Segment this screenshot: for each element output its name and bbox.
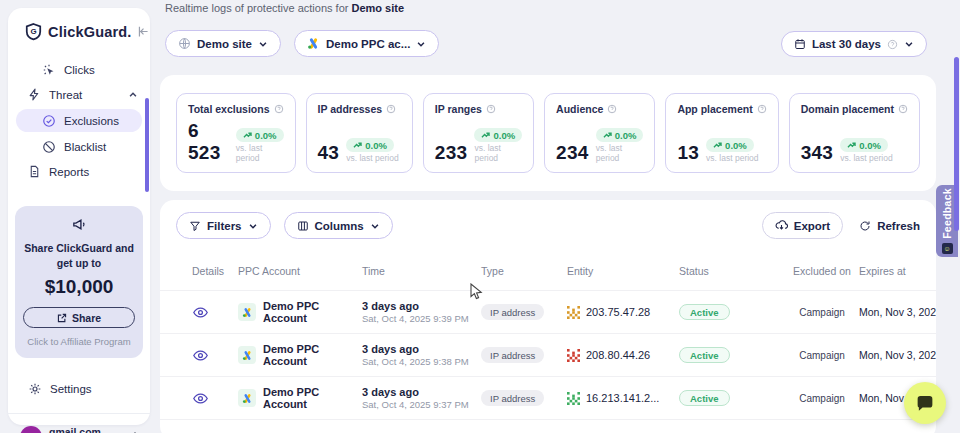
refresh-icon <box>859 220 871 232</box>
stat-card-app-placement: App placement 13 0.0% vs. last period <box>665 93 778 173</box>
settings-label: Settings <box>50 383 92 395</box>
table-row: Demo PPC Account 3 days agoSat, Oct 4, 2… <box>160 291 936 334</box>
col-ppc-account[interactable]: PPC Account <box>238 265 362 277</box>
col-details[interactable]: Details <box>176 265 238 277</box>
view-details-eye-icon[interactable] <box>192 390 210 407</box>
entity-cell: 208.80.44.26 <box>567 349 679 362</box>
help-icon[interactable] <box>486 104 496 114</box>
export-button[interactable]: Export <box>762 212 843 239</box>
help-icon[interactable] <box>887 39 898 50</box>
sidebar-item-reports[interactable]: Reports <box>8 159 150 184</box>
megaphone-icon <box>71 216 88 233</box>
view-details-eye-icon[interactable] <box>192 347 210 364</box>
table-row: Demo PPC Account 3 days agoSat, Oct 4, 2… <box>160 377 936 420</box>
affiliate-link[interactable]: Click to Affiliate Program <box>23 336 135 347</box>
filter-dropdowns: Demo site Demo PPC ac... <box>165 30 439 57</box>
svg-text:G: G <box>30 27 36 36</box>
stat-value: 233 <box>435 142 468 164</box>
expires-at-cell: Mon, Nov 3, 2025 <box>859 306 936 318</box>
ppc-account-dropdown[interactable]: Demo PPC ac... <box>294 30 439 57</box>
sidebar-item-blacklist[interactable]: Blacklist <box>8 134 150 159</box>
nav-label: Exclusions <box>64 115 119 127</box>
view-details-eye-icon[interactable] <box>192 304 210 321</box>
stat-caption: vs. last period <box>596 143 644 163</box>
sidebar-item-threat[interactable]: Threat <box>8 82 150 107</box>
sidebar-item-clicks[interactable]: Clicks <box>8 57 150 82</box>
promo-text: Share ClickGuard and get up to <box>23 241 135 271</box>
ip-identicon <box>567 392 580 405</box>
account-switcher[interactable]: NA gmail.com naatali.ro@gmail.com <box>8 414 150 433</box>
status-badge: Active <box>679 390 730 406</box>
stat-card-domain-placement: Domain placement 343 0.0% vs. last perio… <box>789 93 920 173</box>
ppc-account-cell: Demo PPC Account <box>238 386 362 410</box>
date-range-dropdown[interactable]: Last 30 days <box>781 31 927 57</box>
excluded-on-cell: Campaign <box>793 393 859 404</box>
trend-badge: 0.0% <box>236 128 284 142</box>
sidebar-scrollbar-thumb[interactable] <box>145 98 149 192</box>
document-icon <box>28 165 41 178</box>
stat-value: 234 <box>556 142 589 164</box>
stat-card-total-exclusions: Total exclusions 6 523 0.0% vs. last per… <box>176 93 296 173</box>
chevron-down-icon <box>904 39 914 49</box>
smiley-icon: ☺ <box>942 243 953 254</box>
refresh-button[interactable]: Refresh <box>859 220 920 232</box>
stat-caption: vs. last period <box>706 153 758 163</box>
sidebar: G ClickGuard. Clicks Threat <box>8 8 150 425</box>
nav-label: Threat <box>49 89 82 101</box>
time-cell: 3 days agoSat, Oct 4, 2025 9:37 PM <box>362 386 481 410</box>
help-icon[interactable] <box>386 104 396 114</box>
status-badge: Active <box>679 304 730 320</box>
stat-card-audience: Audience 234 0.0% vs. last period <box>544 93 655 173</box>
type-badge: IP address <box>481 304 544 320</box>
stat-value: 13 <box>677 142 699 164</box>
cloud-download-icon <box>775 219 788 232</box>
click-cursor-icon <box>42 63 56 77</box>
share-button[interactable]: Share <box>23 307 135 328</box>
col-excluded-on[interactable]: Excluded on <box>793 265 859 277</box>
type-cell: IP address <box>481 347 567 363</box>
brand-name: ClickGuard. <box>48 24 132 40</box>
logs-table-panel: Filters Columns Export Refresh Details P… <box>160 200 936 433</box>
entity-cell: 203.75.47.28 <box>567 306 679 319</box>
sidebar-item-exclusions[interactable]: Exclusions <box>16 109 142 132</box>
columns-icon <box>297 220 309 232</box>
help-icon[interactable] <box>757 104 767 114</box>
chevron-down-icon <box>370 221 380 231</box>
chat-launcher-button[interactable] <box>904 382 946 424</box>
globe-icon <box>178 37 191 50</box>
trend-badge: 0.0% <box>706 138 754 152</box>
time-cell: 3 days agoSat, Oct 4, 2025 9:38 PM <box>362 343 481 367</box>
status-cell: Active <box>679 347 793 363</box>
col-time[interactable]: Time <box>362 265 481 277</box>
stat-card-ip-addresses: IP addresses 43 0.0% vs. last period <box>306 93 413 173</box>
google-ads-icon <box>238 303 256 321</box>
columns-button[interactable]: Columns <box>284 212 393 239</box>
stat-value: 6 523 <box>188 120 229 164</box>
excluded-on-cell: Campaign <box>793 350 859 361</box>
logo-row: G ClickGuard. <box>8 22 150 41</box>
col-status[interactable]: Status <box>679 265 793 277</box>
ppc-account-cell: Demo PPC Account <box>238 300 362 324</box>
chevron-down-icon <box>258 39 268 49</box>
type-badge: IP address <box>481 390 544 406</box>
site-dropdown[interactable]: Demo site <box>165 30 281 57</box>
help-icon[interactable] <box>607 104 617 114</box>
sidebar-collapse-icon[interactable] <box>137 25 150 38</box>
check-circle-icon <box>42 114 56 128</box>
ip-identicon <box>567 306 580 319</box>
chevron-down-icon <box>248 221 258 231</box>
page-scrollbar-thumb[interactable] <box>954 57 959 231</box>
col-type[interactable]: Type <box>481 265 567 277</box>
subtitle-site-name: Demo site <box>351 2 404 14</box>
time-cell: 3 days agoSat, Oct 4, 2025 9:39 PM <box>362 300 481 324</box>
help-icon[interactable] <box>274 104 284 114</box>
filters-button[interactable]: Filters <box>176 212 271 239</box>
col-expires-at[interactable]: Expires at <box>859 265 920 277</box>
nav-label: Reports <box>49 166 89 178</box>
col-entity[interactable]: Entity <box>567 265 679 277</box>
sidebar-item-settings[interactable]: Settings <box>8 376 150 401</box>
stat-caption: vs. last period <box>236 143 284 163</box>
stat-caption: vs. last period <box>474 143 522 163</box>
help-icon[interactable] <box>898 104 908 114</box>
google-ads-icon <box>307 37 320 50</box>
